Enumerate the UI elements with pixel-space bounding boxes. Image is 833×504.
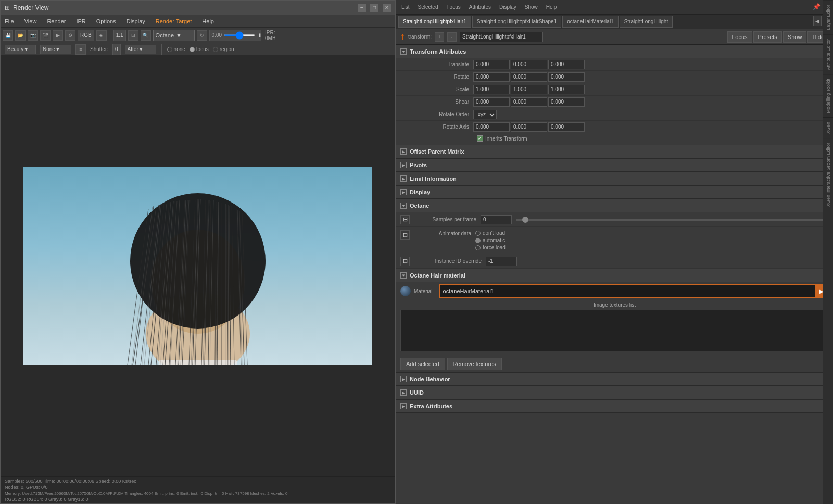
translate-y[interactable] [511, 60, 547, 69]
show-button[interactable]: Show [783, 31, 807, 43]
none-dropdown[interactable]: None ▼ [40, 45, 71, 54]
menu-file[interactable]: File [3, 17, 16, 26]
node-tab-1[interactable]: StraightLongHilight:pfxHairShape1 [472, 16, 561, 28]
translate-z[interactable] [548, 60, 585, 69]
offset-parent-matrix-header[interactable]: ▶ Offset Parent Matrix [396, 145, 833, 158]
fit-icon[interactable]: ⊡ [128, 30, 138, 41]
node-behavior-header[interactable]: ▶ Node Behavior [396, 372, 833, 386]
animator-automatic[interactable]: automatic [475, 237, 506, 243]
menu-attributes[interactable]: Attributes [466, 3, 494, 11]
node-tab-0[interactable]: StraightLongHilightpfxHair1 [398, 16, 471, 28]
shear-z[interactable] [548, 97, 585, 107]
animator-icon[interactable]: ⊟ [400, 230, 410, 240]
instance-icon[interactable]: ⊟ [400, 257, 410, 266]
side-tab-xgen[interactable]: XGen [823, 117, 833, 138]
samples-input[interactable] [481, 215, 512, 224]
side-tab-modelling-toolkit[interactable]: Modelling Toolkit [823, 74, 833, 117]
pivots-toggle[interactable]: ▶ [400, 162, 407, 168]
renderer-dropdown[interactable]: Octane ▼ [153, 30, 195, 41]
uuid-header[interactable]: ▶ UUID [396, 386, 833, 399]
animator-rb-1[interactable] [475, 238, 481, 243]
transform-btn-down[interactable]: ↓ [447, 32, 457, 42]
snapshot-icon[interactable]: 🎬 [40, 30, 51, 41]
maximize-button[interactable]: □ [370, 4, 378, 12]
pause-icon[interactable]: ⏸ [257, 32, 263, 39]
limit-toggle[interactable]: ▶ [400, 175, 407, 182]
side-tab-layer-editor[interactable]: Layer Editor [823, 0, 833, 34]
radio-none-btn[interactable] [167, 47, 172, 52]
rotate-z[interactable] [548, 72, 585, 82]
radio-focus-btn[interactable] [190, 47, 195, 52]
limit-info-header[interactable]: ▶ Limit Information [396, 172, 833, 185]
tab-prev-arrow[interactable]: ◀ [813, 16, 822, 26]
menu-view[interactable]: View [22, 17, 39, 26]
menu-render-target[interactable]: Render Target [154, 17, 194, 26]
rotate-axis-y[interactable] [511, 122, 547, 132]
ratio-button[interactable]: 1:1 [113, 30, 126, 41]
octane-toggle[interactable]: ▼ [400, 203, 407, 209]
after-dropdown[interactable]: After ▼ [125, 45, 156, 54]
presets-button[interactable]: Presets [753, 31, 782, 43]
save-icon[interactable]: 💾 [3, 30, 13, 41]
focus-button[interactable]: Focus [727, 31, 752, 43]
samples-icon[interactable]: ⊟ [400, 215, 410, 224]
display-header[interactable]: ▶ Display [396, 185, 833, 199]
scale-x[interactable] [473, 85, 510, 94]
uuid-toggle[interactable]: ▶ [400, 389, 407, 396]
material-name-input[interactable] [440, 287, 815, 295]
extra-attributes-header[interactable]: ▶ Extra Attributes [396, 399, 833, 413]
menu-list[interactable]: List [398, 3, 413, 11]
minimize-button[interactable]: − [358, 4, 366, 12]
add-selected-button[interactable]: Add selected [400, 358, 445, 370]
menu-display[interactable]: Display [124, 17, 147, 26]
menu-help-attr[interactable]: Help [543, 3, 560, 11]
radio-focus[interactable]: focus [190, 46, 209, 52]
transform-btn-up[interactable]: ↑ [435, 32, 444, 42]
menu-help[interactable]: Help [200, 17, 216, 26]
node-tab-3[interactable]: StraightLongHilight [620, 16, 673, 28]
node-tab-2[interactable]: octaneHairMaterial1 [562, 16, 619, 28]
menu-options[interactable]: Options [94, 17, 118, 26]
menu-focus[interactable]: Focus [443, 3, 463, 11]
shutter-input[interactable]: 0 [112, 44, 121, 55]
animator-dont-load[interactable]: don't load [475, 230, 506, 236]
refresh-icon[interactable]: ↻ [197, 30, 207, 41]
octane-header[interactable]: ▼ Octane [396, 199, 833, 212]
close-button[interactable]: ✕ [383, 4, 391, 12]
translate-x[interactable] [473, 60, 510, 69]
open-icon[interactable]: 📂 [15, 30, 26, 41]
display-toggle[interactable]: ▶ [400, 189, 407, 195]
radio-region[interactable]: region [213, 46, 234, 52]
menu-ipr[interactable]: IPR [74, 17, 87, 26]
camera-icon[interactable]: 📷 [28, 30, 38, 41]
channels-icon[interactable]: ◈ [96, 30, 107, 41]
menu-render[interactable]: Render [45, 17, 68, 26]
transform-attributes-header[interactable]: ▼ Transform Attributes [396, 45, 833, 58]
rotate-y[interactable] [511, 72, 547, 82]
options-icon[interactable]: ≡ [75, 44, 86, 55]
menu-display-attr[interactable]: Display [496, 3, 520, 11]
rotate-axis-z[interactable] [548, 122, 585, 132]
transform-toggle[interactable]: ▼ [400, 48, 407, 55]
instance-input[interactable] [486, 257, 517, 266]
hair-material-header[interactable]: ▼ Octane Hair material [396, 269, 833, 282]
rgb-button[interactable]: RGB [78, 30, 94, 41]
pivots-header[interactable]: ▶ Pivots [396, 158, 833, 172]
pin-button[interactable]: 📌 [813, 3, 821, 10]
animator-rb-2[interactable] [475, 245, 481, 250]
zoom-icon[interactable]: 🔍 [141, 30, 151, 41]
ipr-slider[interactable] [224, 34, 255, 36]
offset-toggle[interactable]: ▶ [400, 148, 407, 155]
animator-rb-0[interactable] [475, 231, 481, 236]
ipr-icon[interactable]: ▶ [53, 30, 63, 41]
menu-selected[interactable]: Selected [415, 3, 441, 11]
radio-region-btn[interactable] [213, 47, 218, 52]
scale-z[interactable] [548, 85, 585, 94]
scale-y[interactable] [511, 85, 547, 94]
rotate-x[interactable] [473, 72, 510, 82]
hair-material-toggle[interactable]: ▼ [400, 272, 407, 279]
side-tab-attribute-editor[interactable]: Attribute Editor [823, 34, 833, 74]
remove-textures-button[interactable]: Remove textures [447, 358, 502, 370]
shear-x[interactable] [473, 97, 510, 107]
side-tab-xgen-groom[interactable]: XGen Interactive Groom Editor [823, 138, 833, 211]
